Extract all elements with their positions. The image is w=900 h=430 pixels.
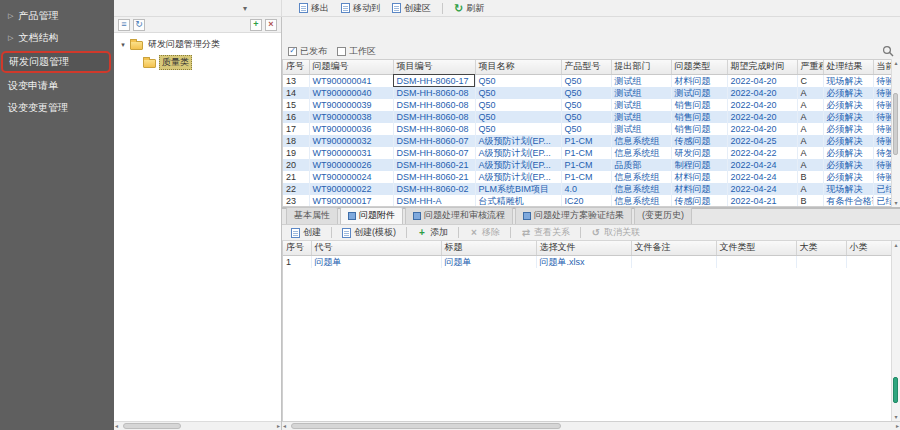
column-header[interactable]: 问题编号	[309, 60, 393, 74]
move-out-button[interactable]: 移出	[294, 1, 334, 16]
cell[interactable]: Q50	[475, 87, 561, 99]
cell[interactable]: 2022-04-20	[727, 87, 797, 99]
scroll-down-icon[interactable]: ▾	[892, 413, 900, 421]
cell[interactable]: 传感问题	[671, 135, 727, 147]
attach-remove-button[interactable]: ×移除	[465, 226, 504, 239]
column-header[interactable]: 标题	[441, 241, 536, 255]
cell[interactable]: A级预防计划(EP...	[475, 171, 561, 183]
cell[interactable]: 待验证	[873, 135, 891, 147]
cell[interactable]: 待验证	[873, 171, 891, 183]
tree-horizontal-scrollbar[interactable]: ◂ ▸	[114, 421, 281, 430]
column-header[interactable]: 处理结果	[823, 60, 873, 74]
checkbox-icon[interactable]: ✓	[288, 47, 297, 56]
cell[interactable]: 测试组	[611, 87, 671, 99]
cell[interactable]: 测试组	[611, 74, 671, 87]
column-header[interactable]: 期望完成时间	[727, 60, 797, 74]
scroll-up-icon[interactable]: ▴	[892, 59, 900, 67]
checkbox-icon[interactable]	[337, 47, 346, 56]
table-row[interactable]: 1问题单问题单问题单.xlsx	[283, 255, 891, 268]
scrollbar-thumb[interactable]	[893, 93, 898, 155]
cell[interactable]: Q50	[561, 99, 611, 111]
table-row[interactable]: 14WT900000040DSM-HH-8060-08Q50Q50测试组测试问题…	[283, 87, 891, 99]
cell[interactable]: 信息系统组	[611, 147, 671, 159]
cell[interactable]: A级预防计划(EP...	[475, 159, 561, 171]
cell[interactable]: 信息系统组	[611, 195, 671, 207]
cell[interactable]: DSM-HH-8060-07	[393, 135, 475, 147]
search-icon[interactable]	[882, 45, 894, 57]
column-header[interactable]: 选择文件	[536, 241, 631, 255]
cell[interactable]: Q50	[475, 99, 561, 111]
cell[interactable]: DSM-HH-8060-07	[393, 147, 475, 159]
cell[interactable]: 传感问题	[671, 195, 727, 207]
tree-node-selected[interactable]: 质量类	[141, 54, 278, 71]
cell[interactable]: PLM系统BIM项目	[475, 183, 561, 195]
cell[interactable]: 必须解决	[823, 159, 873, 171]
scroll-right-icon[interactable]: ▸	[277, 422, 280, 430]
cell[interactable]: 问题单	[441, 255, 536, 268]
cell[interactable]: 信息系统组	[611, 171, 671, 183]
cell[interactable]: 必须解决	[823, 147, 873, 159]
refresh-tree-icon[interactable]: ↻	[133, 19, 145, 31]
cell[interactable]: 2022-04-22	[727, 147, 797, 159]
cell[interactable]: 2022-04-20	[727, 74, 797, 87]
move-to-button[interactable]: 移动到	[336, 1, 385, 16]
cell[interactable]: 已结案	[873, 183, 891, 195]
column-header[interactable]: 项目编号	[393, 60, 475, 74]
cell[interactable]: 测试问题	[671, 87, 727, 99]
cell[interactable]: 台式精雕机	[475, 195, 561, 207]
cell[interactable]: DSM-HH-8060-08	[393, 87, 475, 99]
cell[interactable]: P1-CM	[561, 135, 611, 147]
cell[interactable]: Q50	[475, 74, 561, 87]
dropdown-arrow-icon[interactable]: ▾	[243, 4, 247, 13]
remove-category-icon[interactable]: ×	[265, 19, 277, 31]
expand-arrow-icon[interactable]: ▷	[8, 34, 13, 42]
cell[interactable]: 测试组	[611, 123, 671, 135]
cell[interactable]: P1-CM	[561, 159, 611, 171]
expand-arrow-icon[interactable]: ▷	[8, 12, 13, 20]
scrollbar-thumb[interactable]	[123, 423, 181, 429]
table-row[interactable]: 21WT900000024DSM-HH-8060-21A级预防计划(EP...P…	[283, 171, 891, 183]
scroll-right-icon[interactable]: ▸	[896, 422, 899, 430]
cell[interactable]: WT900000032	[309, 135, 393, 147]
cell[interactable]: DSM-HH-8060-21	[393, 171, 475, 183]
cell[interactable]: IC20	[561, 195, 611, 207]
tree-node-root[interactable]: ▾ 研发问题管理分类	[117, 37, 278, 52]
cell[interactable]: DSM-HH-8060-02	[393, 183, 475, 195]
sidebar-item-3[interactable]: 研发问题管理	[1, 51, 111, 73]
tab-2[interactable]: 问题附件	[340, 207, 403, 224]
cell[interactable]: Q50	[475, 123, 561, 135]
cell[interactable]: 测试组	[611, 111, 671, 123]
table-row[interactable]: 19WT900000031DSM-HH-8060-07A级预防计划(EP...P…	[283, 147, 891, 159]
cell[interactable]: 2022-04-24	[727, 171, 797, 183]
scrollbar-thumb[interactable]	[893, 377, 898, 403]
cell[interactable]: Q50	[561, 111, 611, 123]
cell[interactable]: DSM-HH-8060-08	[393, 99, 475, 111]
table-row[interactable]: 15WT900000039DSM-HH-8060-08Q50Q50测试组销售问题…	[283, 99, 891, 111]
cell[interactable]: 制程问题	[671, 159, 727, 171]
cell[interactable]: Q50	[475, 111, 561, 123]
cell[interactable]: WT900000031	[309, 147, 393, 159]
cell[interactable]	[846, 255, 891, 268]
filter-icon[interactable]: ≡	[118, 19, 130, 31]
cell[interactable]: 必须解决	[823, 123, 873, 135]
cell[interactable]: DSM-HH-A	[393, 195, 475, 207]
column-header[interactable]: 当前状态	[873, 60, 891, 74]
issues-vertical-scrollbar[interactable]: ▴ ▾	[891, 59, 900, 207]
column-header[interactable]: 提出部门	[611, 60, 671, 74]
cell[interactable]: 2022-04-20	[727, 111, 797, 123]
tab-3[interactable]: 问题处理和审核流程	[405, 207, 513, 224]
collapse-caret-icon[interactable]: ▾	[119, 41, 127, 49]
cell[interactable]: 待验证	[873, 74, 891, 87]
cell[interactable]: 信息系统组	[611, 135, 671, 147]
cell[interactable]: DSM-HH-8060-21	[393, 159, 475, 171]
attach-view-relation-button[interactable]: ⇄查看关系	[517, 226, 574, 239]
attach-cancel-relation-button[interactable]: ↺取消关联	[587, 226, 644, 239]
cell[interactable]: 信息系统组	[611, 183, 671, 195]
cell[interactable]: 现场解决	[823, 74, 873, 87]
table-row[interactable]: 20WT900000026DSM-HH-8060-21A级预防计划(EP...P…	[283, 159, 891, 171]
cell[interactable]: 已结案	[873, 195, 891, 207]
sidebar-item-1[interactable]: ▷产品管理	[0, 5, 114, 27]
filter-checkbox-2[interactable]: 工作区	[337, 45, 376, 58]
cell[interactable]: 待验证	[873, 111, 891, 123]
cell[interactable]: 销售问题	[671, 99, 727, 111]
